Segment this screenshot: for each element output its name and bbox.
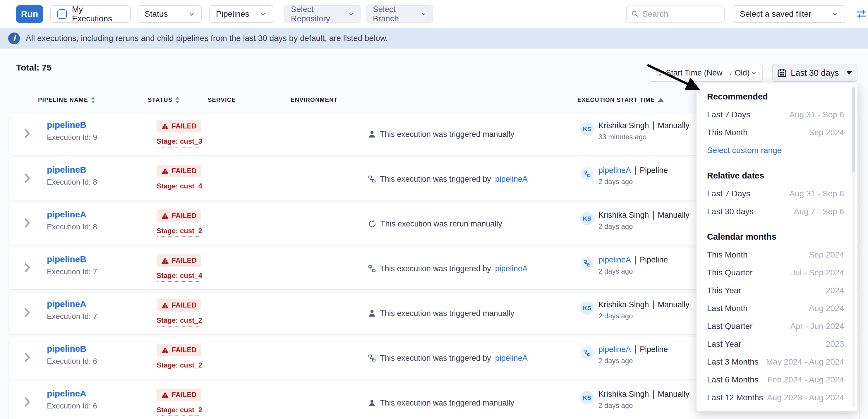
menu-item-last-7-days-relative[interactable]: Last 7 DaysAug 31 - Sep 6 (707, 189, 844, 198)
execution-id: Execution Id: 8 (47, 222, 97, 231)
menu-item-last-year[interactable]: Last Year2023 (707, 340, 844, 349)
divider (653, 300, 654, 309)
avatar: KS (580, 212, 594, 225)
repository-filter-dropdown[interactable]: Select Repository (284, 5, 361, 23)
trigger-text: This execution was triggered manually (380, 130, 514, 139)
pipeline-name-link[interactable]: pipelineA (47, 389, 97, 398)
search-box[interactable] (626, 6, 724, 23)
menu-item-select-custom-range[interactable]: Select custom range (707, 146, 844, 155)
failed-stage-link[interactable]: Stage: cust_2 (157, 227, 202, 237)
warning-icon (161, 123, 169, 130)
pipeline-icon (368, 265, 376, 272)
divider (635, 256, 636, 264)
expand-chevron-icon[interactable] (24, 262, 30, 273)
trigger-text: This execution was triggered manually (380, 309, 514, 318)
triggered-by-name: Krishika Singh (598, 390, 649, 399)
branch-filter-label: Select Branch (373, 5, 413, 23)
user-icon (368, 309, 376, 318)
pipeline-name-link[interactable]: pipelineA (47, 210, 97, 220)
user-icon (368, 130, 376, 138)
column-header-status[interactable]: STATUS (148, 97, 179, 103)
warning-icon (161, 213, 169, 220)
warning-icon (161, 347, 169, 354)
pipeline-name-link[interactable]: pipelineB (47, 120, 97, 130)
pipelines-filter-dropdown[interactable]: Pipelines (209, 5, 273, 23)
saved-filter-dropdown[interactable]: Select a saved filter (733, 5, 845, 23)
execution-id: Execution Id: 7 (47, 267, 97, 276)
date-range-button[interactable]: Last 30 days (772, 64, 858, 82)
search-icon (631, 10, 639, 18)
my-executions-toggle[interactable]: My Executions (50, 5, 131, 23)
warning-icon (161, 302, 169, 309)
triggered-by-pipeline-link[interactable]: pipelineA (598, 166, 631, 175)
scrollbar-thumb[interactable] (852, 87, 855, 172)
my-executions-checkbox[interactable] (57, 9, 67, 19)
menu-item-last-quarter[interactable]: Last QuarterApr - Jun 2024 (707, 322, 844, 331)
menu-item-this-year[interactable]: This Year2024 (707, 286, 844, 295)
expand-chevron-icon[interactable] (24, 128, 30, 139)
column-header-execution-start-time[interactable]: EXECUTION START TIME (578, 97, 664, 103)
sort-dropdown[interactable]: Start Time (New → Old) (649, 64, 763, 82)
warning-icon (161, 168, 169, 175)
sort-toggle-icon[interactable] (91, 97, 95, 103)
trigger-text: This execution was triggered by (380, 354, 491, 363)
expand-chevron-icon[interactable] (24, 218, 30, 228)
failed-stage-link[interactable]: Stage: cust_2 (157, 361, 202, 371)
expand-chevron-icon[interactable] (24, 352, 30, 362)
menu-item-last-30-days[interactable]: Last 30 daysAug 7 - Sep 6 (707, 207, 844, 216)
status-badge: FAILED (157, 344, 202, 356)
time-ago: 2 days ago (598, 357, 668, 365)
menu-item-last-12-months[interactable]: Last 12 MonthsAug 2023 - Aug 2024 (707, 393, 844, 402)
status-filter-dropdown[interactable]: Status (137, 5, 202, 23)
pipeline-name-link[interactable]: pipelineB (47, 165, 97, 175)
trigger-pipeline-link[interactable]: pipelineA (495, 264, 528, 273)
sort-asc-icon (658, 98, 664, 102)
chevron-down-icon (188, 11, 195, 17)
trigger-text: This execution was rerun manually (380, 220, 502, 228)
chevron-down-icon (348, 11, 353, 17)
column-header-pipeline-name[interactable]: PIPELINE NAME (38, 97, 95, 103)
time-ago: 2 days ago (598, 401, 689, 410)
search-input[interactable] (642, 9, 713, 19)
expand-chevron-icon[interactable] (24, 173, 30, 184)
pipeline-avatar (580, 257, 594, 270)
expand-chevron-icon[interactable] (24, 397, 30, 407)
triggered-by-pipeline-link[interactable]: pipelineA (598, 255, 631, 264)
expand-chevron-icon[interactable] (24, 307, 30, 318)
run-button[interactable]: Run (16, 5, 43, 23)
menu-item-this-quarter[interactable]: This QuarterJul - Sep 2024 (707, 268, 844, 278)
menu-item-last-6-months[interactable]: Last 6 MonthsFeb 2024 - Aug 2024 (707, 375, 844, 384)
pipeline-name-link[interactable]: pipelineA (47, 299, 97, 309)
time-ago: 2 days ago (598, 267, 668, 275)
failed-stage-link[interactable]: Stage: cust_4 (157, 182, 202, 192)
menu-item-this-month-calendar[interactable]: This MonthSep 2024 (707, 250, 844, 260)
trigger-pipeline-link[interactable]: pipelineA (495, 354, 528, 363)
warning-icon (161, 391, 169, 398)
failed-stage-link[interactable]: Stage: cust_4 (157, 271, 202, 282)
status-badge: FAILED (157, 389, 202, 401)
pipeline-icon (368, 175, 376, 183)
info-banner-text: All executions, including reruns and chi… (26, 34, 388, 43)
menu-item-this-month[interactable]: This MonthSep 2024 (707, 128, 844, 137)
pipeline-name-link[interactable]: pipelineB (47, 344, 97, 354)
execution-id: Execution Id: 7 (47, 312, 97, 321)
caret-down-icon (846, 71, 852, 75)
menu-item-last-7-days[interactable]: Last 7 DaysAug 31 - Sep 6 (707, 110, 844, 119)
divider (653, 122, 654, 130)
user-icon (368, 399, 376, 407)
failed-stage-link[interactable]: Stage: cust_2 (157, 316, 202, 326)
pipeline-name-link[interactable]: pipelineB (47, 254, 97, 264)
failed-stage-link[interactable]: Stage: cust_2 (157, 406, 202, 416)
failed-stage-link[interactable]: Stage: cust_3 (157, 137, 202, 148)
trigger-pipeline-link[interactable]: pipelineA (495, 175, 528, 184)
top-toolbar: Run My Executions Status Pipelines Selec… (0, 0, 868, 28)
menu-item-last-month[interactable]: Last MonthAug 2024 (707, 304, 844, 313)
chevron-down-icon (751, 70, 757, 76)
triggered-by-pipeline-link[interactable]: pipelineA (598, 345, 631, 354)
sort-toggle-icon[interactable] (175, 97, 179, 103)
status-badge: FAILED (157, 165, 202, 177)
menu-item-last-3-months[interactable]: Last 3 MonthsMay 2024 - Aug 2024 (707, 357, 844, 366)
chevron-down-icon (421, 11, 426, 17)
filter-sliders-icon[interactable] (855, 7, 868, 21)
branch-filter-dropdown[interactable]: Select Branch (366, 5, 433, 23)
